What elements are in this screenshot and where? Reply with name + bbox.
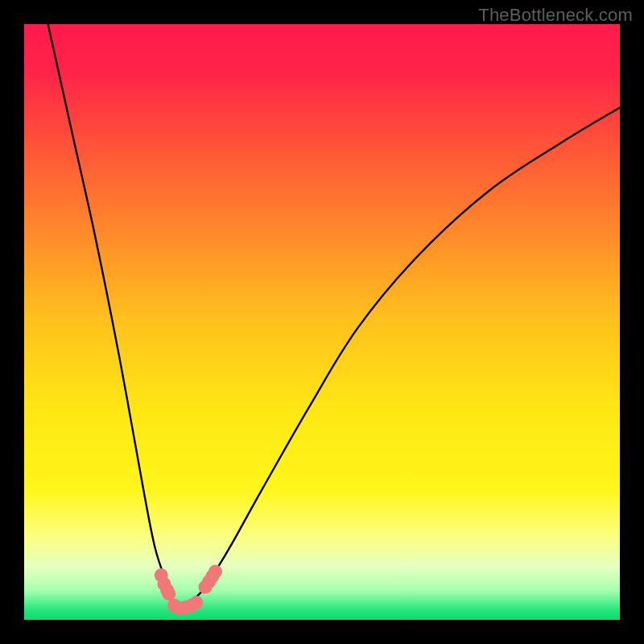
marker-dot	[208, 565, 222, 579]
plot-area	[24, 24, 620, 620]
marker-layer	[155, 565, 222, 615]
curve-layer	[24, 24, 620, 620]
chart-frame: TheBottleneck.com	[0, 0, 644, 644]
marker-dot	[162, 587, 175, 601]
watermark-text: TheBottleneck.com	[478, 5, 633, 26]
bottleneck-curve	[48, 24, 620, 609]
marker-dot	[189, 596, 203, 609]
